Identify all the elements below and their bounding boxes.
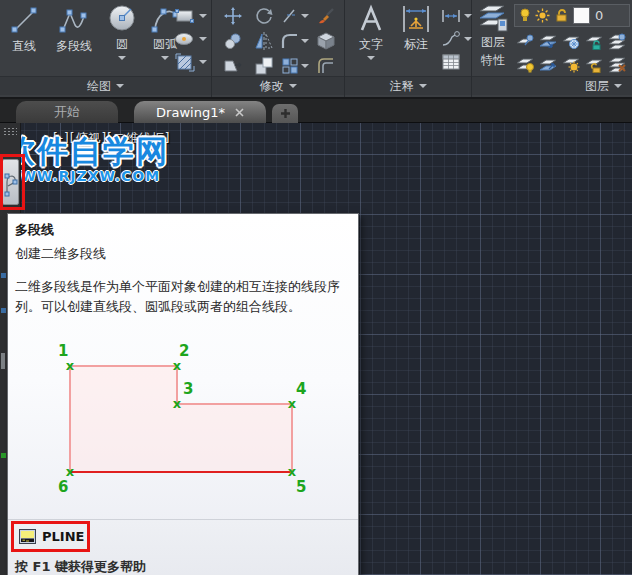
tool-move[interactable] [217, 3, 248, 28]
tool-layer-properties[interactable]: 图层 特性 [474, 0, 512, 69]
diagram-vertex-number: 5 [296, 478, 306, 496]
current-layer-name: 0 [595, 8, 603, 23]
trim-icon [281, 7, 299, 25]
command-name: PLINE [42, 529, 84, 544]
tool-copy[interactable] [217, 28, 248, 53]
layer-tool-make-current[interactable] [537, 30, 560, 53]
erase-brush-icon [316, 6, 336, 26]
dimension-icon [399, 3, 433, 35]
sun-icon [535, 8, 550, 23]
tool-ellipse[interactable] [174, 27, 207, 50]
tool-polyline[interactable]: 多段线 [46, 0, 102, 60]
panel-layers-footer[interactable]: 图层 [472, 76, 632, 95]
close-icon[interactable] [235, 108, 244, 117]
tab-drawing1[interactable]: Drawing1* [134, 101, 266, 123]
tool-trim[interactable] [279, 3, 310, 28]
tool-circle[interactable]: 圆 [102, 0, 142, 60]
tool-array[interactable] [279, 53, 310, 78]
toolbar-grip-icon[interactable] [3, 127, 17, 136]
diagram-vertex-marker: x [288, 396, 296, 411]
chevron-down-icon[interactable] [367, 56, 375, 60]
tool-line[interactable]: 直线 [2, 0, 46, 60]
layer-tool-lock[interactable] [583, 30, 606, 53]
line-icon [7, 3, 41, 37]
tool-hatch[interactable] [174, 50, 207, 73]
hatch-icon [174, 52, 196, 72]
chevron-down-icon [116, 84, 124, 88]
panel-modify-label: 修改 [260, 78, 284, 95]
panel-annotate-label: 注释 [390, 78, 414, 95]
circle-icon [106, 3, 138, 35]
panel-draw-footer[interactable]: 绘图 [0, 76, 211, 95]
tool-table[interactable] [441, 50, 472, 73]
tab-start[interactable]: 开始 [16, 101, 118, 123]
tool-erase[interactable] [310, 3, 341, 28]
tool-offset[interactable] [310, 53, 341, 78]
file-tab-bar: 开始 Drawing1* [0, 99, 632, 123]
diagram-vertex-number: 6 [58, 478, 68, 496]
tool-explode[interactable] [310, 28, 341, 53]
ellipse-icon [174, 31, 196, 47]
watermark-url: WWW.RJZXW.COM [4, 169, 169, 183]
diagram-vertex-marker: x [173, 358, 181, 373]
polyline-tool-button[interactable] [2, 159, 19, 205]
drawing-canvas[interactable]: [-][俯视][二维线框] 软件自学网 WWW.RJZXW.COM [0, 123, 632, 575]
chevron-down-icon[interactable] [301, 39, 309, 43]
command-line-icon [19, 529, 36, 544]
layer-select[interactable]: 0 [514, 4, 630, 27]
diagram-vertex-number: 3 [183, 380, 193, 398]
chevron-down-icon[interactable] [464, 37, 472, 41]
layer-tool-match[interactable] [606, 30, 629, 53]
tool-rotate[interactable] [248, 3, 279, 28]
toolbar-fragment [1, 273, 6, 278]
viewport-controls[interactable]: [-][俯视][二维线框] [53, 130, 170, 147]
chevron-down-icon [614, 84, 622, 88]
diagram-vertex-number: 1 [58, 342, 68, 360]
toolbar-fragment [1, 308, 6, 313]
layer-tool-change[interactable] [537, 53, 560, 76]
tool-leader[interactable] [441, 27, 472, 50]
stretch-icon [223, 56, 243, 76]
tool-fillet[interactable] [279, 28, 310, 53]
tool-stretch[interactable] [217, 53, 248, 78]
dim-linear-icon [441, 9, 461, 23]
layer-tool-unlock[interactable] [583, 53, 606, 76]
panel-annotate-footer[interactable]: 注释 [345, 76, 471, 95]
leader-icon [441, 31, 461, 47]
autocad-window: 直线 多段线 [0, 0, 632, 575]
layer-tool-on-off[interactable] [514, 53, 537, 76]
chevron-down-icon[interactable] [301, 64, 309, 68]
layer-tool-isolate[interactable] [514, 30, 537, 53]
table-icon [441, 53, 461, 71]
polyline-tooltip: 多段线 创建二维多段线 二维多段线是作为单个平面对象创建的相互连接的线段序列。可… [7, 213, 359, 575]
panel-modify-footer[interactable]: 修改 [212, 76, 344, 95]
chevron-down-icon [289, 84, 297, 88]
tool-rectangle[interactable] [174, 4, 207, 27]
move-icon [223, 6, 243, 26]
tool-polyline-label: 多段线 [56, 38, 92, 55]
chevron-down-icon[interactable] [199, 60, 207, 64]
new-tab-button[interactable] [272, 104, 298, 123]
tool-dimension[interactable]: 标注 [395, 0, 437, 53]
chevron-down-icon[interactable] [161, 56, 169, 60]
diagram-vertex-marker: x [173, 396, 181, 411]
tool-line-label: 直线 [12, 38, 36, 55]
layer-tool-delete[interactable] [606, 53, 629, 76]
tool-circle-label: 圆 [116, 36, 128, 53]
scale-icon [254, 56, 274, 76]
layer-tool-freeze[interactable] [560, 30, 583, 53]
chevron-down-icon[interactable] [118, 56, 126, 60]
chevron-down-icon[interactable] [199, 37, 207, 41]
tab-drawing1-label: Drawing1* [156, 105, 225, 120]
tool-text[interactable]: 文字 [351, 0, 391, 60]
chevron-down-icon[interactable] [199, 14, 207, 18]
copy-icon [223, 31, 243, 51]
text-a-icon [355, 3, 387, 35]
chevron-down-icon[interactable] [301, 14, 309, 18]
layer-tool-thaw[interactable] [560, 53, 583, 76]
tool-dim-linear[interactable] [441, 4, 472, 27]
chevron-down-icon[interactable] [464, 14, 472, 18]
tab-start-label: 开始 [54, 103, 80, 121]
tool-scale[interactable] [248, 53, 279, 78]
tool-mirror[interactable] [248, 28, 279, 53]
